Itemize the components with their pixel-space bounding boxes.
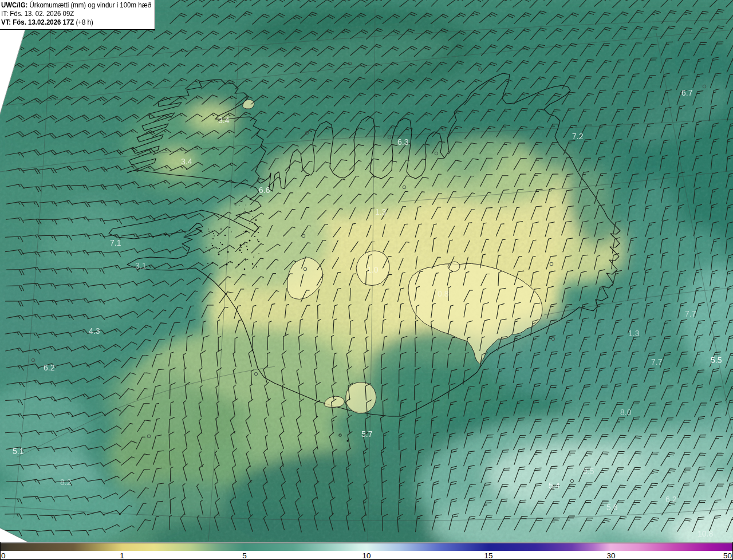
svg-text:10: 10 xyxy=(362,551,371,560)
svg-text:5.6: 5.6 xyxy=(606,503,618,512)
svg-text:8.0: 8.0 xyxy=(620,408,632,417)
svg-text:7.7: 7.7 xyxy=(685,309,696,318)
svg-text:5.4: 5.4 xyxy=(549,481,560,490)
svg-text:0.8: 0.8 xyxy=(438,289,449,298)
svg-text:5.7: 5.7 xyxy=(361,429,373,439)
svg-text:6.2: 6.2 xyxy=(665,495,677,504)
svg-text:10.8: 10.8 xyxy=(697,529,713,538)
svg-text:9.5: 9.5 xyxy=(583,467,594,476)
svg-text:30: 30 xyxy=(606,551,615,560)
svg-text:3.1: 3.1 xyxy=(135,261,147,270)
svg-text:1.3: 1.3 xyxy=(375,207,387,216)
svg-text:5: 5 xyxy=(242,551,247,560)
svg-text:15: 15 xyxy=(484,551,492,560)
svg-text:3.4: 3.4 xyxy=(218,116,230,125)
svg-text:6.2: 6.2 xyxy=(44,363,55,372)
svg-text:1.0: 1.0 xyxy=(367,265,379,274)
svg-text:1: 1 xyxy=(120,551,124,560)
svg-text:7.1: 7.1 xyxy=(110,238,121,247)
svg-text:3.4: 3.4 xyxy=(181,157,192,166)
svg-text:1.3: 1.3 xyxy=(628,329,640,338)
svg-text:0: 0 xyxy=(1,551,6,560)
svg-text:7.7: 7.7 xyxy=(651,357,663,366)
svg-text:5.1: 5.1 xyxy=(13,447,24,456)
svg-text:4.3: 4.3 xyxy=(89,326,100,336)
svg-text:50: 50 xyxy=(723,551,732,560)
svg-text:7.2: 7.2 xyxy=(572,132,584,141)
svg-text:6.3: 6.3 xyxy=(397,137,409,147)
svg-text:6.7: 6.7 xyxy=(681,88,693,97)
svg-text:6.6: 6.6 xyxy=(259,186,270,195)
svg-text:5.5: 5.5 xyxy=(711,356,722,365)
svg-text:8.2: 8.2 xyxy=(60,478,72,487)
